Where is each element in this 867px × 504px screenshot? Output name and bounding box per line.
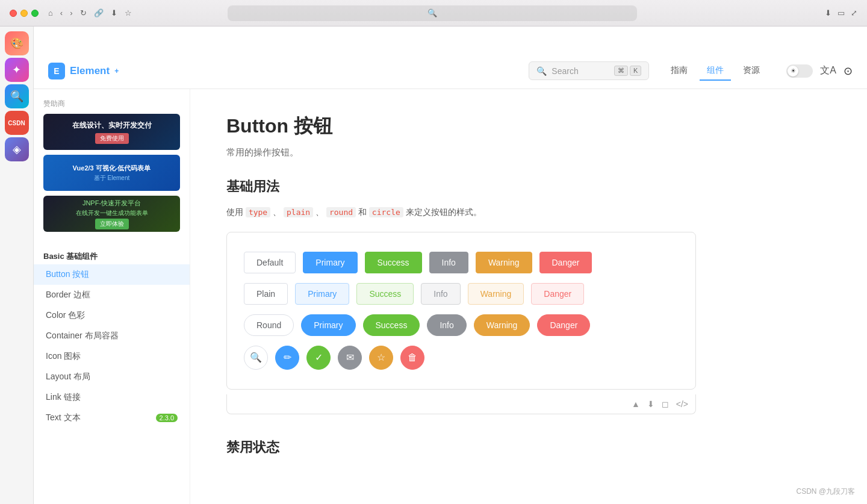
sponsor-section: 赞助商 在线设计、实时开发交付 免费使用 Vue2/3 可视化-低代码表单 基于… [34,99,190,246]
sidebar-section-title: Basic 基础组件 [34,246,190,264]
sponsor-banner-2[interactable]: Vue2/3 可视化-低代码表单 基于 Element [43,155,180,191]
download-icon[interactable]: ⬇ [111,8,117,17]
section1-desc: 使用 type 、 plain 、 round 和 circle 来定义按钮的样… [226,205,696,220]
app-icon-paint[interactable]: 🎨 [5,31,29,55]
btn-circle-danger[interactable]: 🗑 [400,346,424,370]
btn-plain-warning[interactable]: Warning [468,283,524,305]
sidebar-item-button[interactable]: Button 按钮 [34,264,190,285]
nav-link-resources[interactable]: 资源 [736,61,767,81]
logo[interactable]: E Element+ [48,63,119,79]
logo-plus: + [114,67,119,75]
share-icon[interactable]: 🔗 [94,8,104,17]
search-kbd: ⌘ K [614,66,641,76]
minimize-button[interactable] [20,10,28,17]
maximize-button[interactable] [31,10,39,17]
app-icon-plugin[interactable]: ✦ [5,58,29,82]
btn-plain-danger[interactable]: Danger [531,283,584,305]
sidebar-item-layout[interactable]: Layout 布局 [34,367,190,387]
github-icon[interactable]: ⊙ [844,64,853,78]
url-bar[interactable]: 🔍 [228,5,637,21]
back-icon[interactable]: ‹ [60,8,63,17]
btn-plain-primary[interactable]: Primary [295,283,349,305]
sponsor-banner-3[interactable]: JNPF-快速开发平台 在线开发一键生成功能表单 立即体验 [43,196,180,232]
home-icon[interactable]: ⌂ [48,8,53,17]
sponsor-3-title: JNPF-快速开发平台 [82,199,141,208]
btn-warning[interactable]: Warning [476,252,532,273]
nav-link-guide[interactable]: 指南 [663,61,695,81]
btn-plain-info[interactable]: Info [421,283,460,305]
btn-primary[interactable]: Primary [303,252,357,273]
sidebar-item-badge: 2.3.0 [156,414,178,422]
app-icon-3d[interactable]: ◈ [5,137,29,161]
sponsor-3-btn[interactable]: 立即体验 [95,219,129,229]
titlebar-right-icons: ⬇ ▭ ⤢ [825,8,857,17]
doc-sidebar: 赞助商 在线设计、实时开发交付 免费使用 Vue2/3 可视化-低代码表单 基于… [34,89,190,504]
btn-circle-warning[interactable]: ☆ [369,346,393,370]
btn-circle-success[interactable]: ✓ [306,346,331,370]
sidebar-item-link[interactable]: Link 链接 [34,387,190,408]
language-icon[interactable]: 文A [820,64,836,77]
btn-circle-default[interactable]: 🔍 [244,346,268,370]
nav-right: ☀ 文A ⊙ [786,64,853,78]
sidebar-item-label: Container 布局容器 [46,331,119,341]
search-icon: 🔍 [536,66,547,76]
titlebar: ⌂ ‹ › ↻ 🔗 ⬇ ☆ 🔍 ⬇ ▭ ⤢ [0,0,867,26]
demo-toolbar: ▲ ⬇ ◻ </> [226,394,696,414]
refresh-icon[interactable]: ↻ [80,8,87,17]
theme-toggle[interactable]: ☀ [786,64,813,78]
titlebar-nav-icons: ⌂ ‹ › ↻ 🔗 ⬇ ☆ [48,8,132,17]
page-desc: 常用的操作按钮。 [226,147,696,158]
button-row-circle: 🔍 ✏ ✓ ✉ ☆ 🗑 [244,346,679,370]
logo-text: Element [70,65,110,77]
btn-round-success[interactable]: Success [363,314,420,336]
btn-round-danger[interactable]: Danger [537,314,590,336]
btn-success[interactable]: Success [365,252,422,273]
btn-plain-default[interactable]: Plain [244,283,288,305]
fullscreen-icon[interactable]: ⤢ [851,8,857,17]
btn-plain-success[interactable]: Success [356,283,414,305]
btn-danger[interactable]: Danger [539,252,592,273]
button-row-solid: Default Primary Success Info Warning Dan… [244,252,679,273]
sidebar-item-color[interactable]: Color 色彩 [34,305,190,326]
sidebar-item-text[interactable]: Text 文本 2.3.0 [34,408,190,428]
btn-round-warning[interactable]: Warning [474,314,530,336]
search-bar[interactable]: 🔍 Search ⌘ K [529,61,649,80]
bookmark-icon[interactable]: ☆ [125,8,132,17]
btn-circle-primary[interactable]: ✏ [275,346,299,370]
toolbar-copy-icon[interactable]: ◻ [662,399,669,409]
nav-link-components[interactable]: 组件 [700,61,731,81]
app-icon-csdn[interactable]: CSDN [5,111,29,135]
sponsor-banner-1[interactable]: 在线设计、实时开发交付 免费使用 [43,114,180,150]
toolbar-pin-icon[interactable]: ▲ [632,399,640,409]
sidebar-item-border[interactable]: Border 边框 [34,285,190,305]
toolbar-download-icon[interactable]: ⬇ [647,399,654,409]
sidebar-item-icon[interactable]: Icon 图标 [34,346,190,367]
forward-icon[interactable]: › [70,8,72,17]
btn-round-info[interactable]: Info [427,314,466,336]
sponsor-1-title: 在线设计、实时开发交付 [72,120,152,131]
btn-default[interactable]: Default [244,252,296,273]
btn-round-primary[interactable]: Primary [301,314,355,336]
search-icon: 🔍 [250,352,262,363]
sponsor-3-sub: 在线开发一键生成功能表单 [76,209,148,217]
sidebar-item-label: Layout 布局 [46,372,90,382]
btn-circle-info[interactable]: ✉ [338,346,362,370]
kbd-k: K [630,66,641,76]
app-icon-search[interactable]: 🔍 [5,84,29,108]
toolbar-code-icon[interactable]: </> [676,399,688,409]
top-nav: E Element+ 🔍 Search ⌘ K 指南 组件 资源 ☀ 文A ⊙ [34,53,867,89]
download-icon[interactable]: ⬇ [825,8,831,17]
btn-info[interactable]: Info [429,252,468,273]
close-button[interactable] [10,10,17,17]
app-sidebar: 🎨 ✦ 🔍 CSDN ◈ [0,26,34,504]
check-icon: ✓ [315,352,323,363]
message-icon: ✉ [346,352,354,363]
sidebar-item-container[interactable]: Container 布局容器 [34,326,190,346]
sponsor-2-sub: 基于 Element [94,174,129,182]
screen-icon[interactable]: ▭ [837,8,845,17]
sidebar-item-label: Color 色彩 [46,310,85,321]
sidebar-item-label: Text 文本 [46,412,81,423]
btn-round-default[interactable]: Round [244,314,294,336]
star-icon: ☆ [377,352,385,363]
sponsor-1-btn[interactable]: 免费使用 [95,133,129,144]
